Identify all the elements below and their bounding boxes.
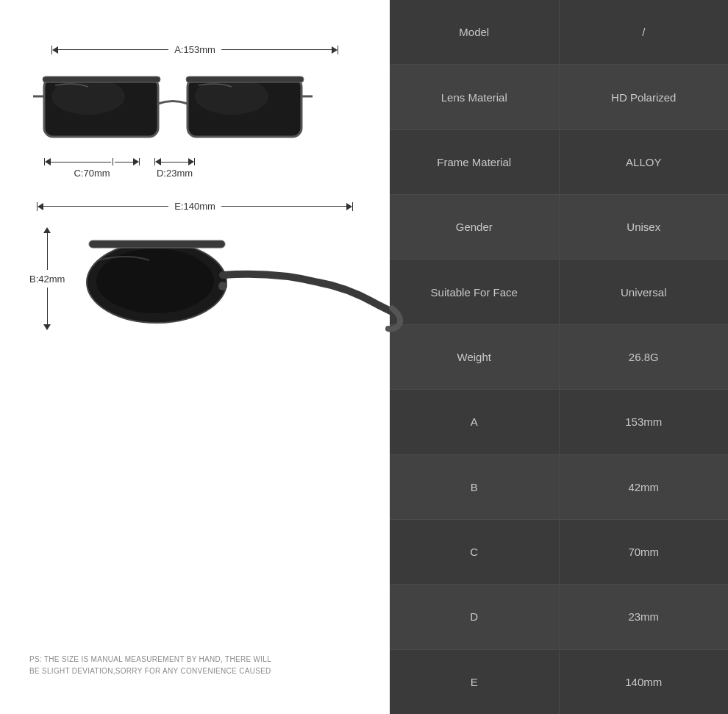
spec-value-3: Unisex (560, 195, 729, 259)
spec-value-10: 140mm (560, 650, 729, 714)
spec-row-1: Lens MaterialHD Polarized (390, 65, 728, 129)
spec-row-4: Suitable For FaceUniversal (390, 260, 728, 324)
spec-label-7: B (390, 455, 560, 519)
spec-label-3: Gender (390, 195, 560, 259)
spec-label-9: D (390, 585, 560, 649)
left-panel: A:153mm (0, 0, 390, 714)
glasses-front-image (29, 60, 316, 155)
dim-c-label: C:70mm (74, 168, 110, 179)
spec-label-0: Model (390, 0, 560, 64)
dim-e-label: E:140mm (168, 201, 221, 212)
spec-row-3: GenderUnisex (390, 195, 728, 260)
spec-value-2: ALLOY (560, 130, 729, 194)
spec-label-8: C (390, 520, 560, 584)
spec-value-6: 153mm (560, 390, 729, 454)
svg-point-9 (96, 249, 214, 313)
spec-row-5: Weight26.8G (390, 325, 728, 390)
dim-a-label: A:153mm (168, 44, 221, 55)
spec-row-0: Model/ (390, 0, 728, 65)
svg-rect-10 (89, 240, 225, 248)
svg-point-11 (218, 282, 227, 290)
spec-label-10: E (390, 650, 560, 714)
glasses-side-image (68, 216, 407, 341)
svg-rect-7 (186, 76, 304, 82)
dim-b-label: B:42mm (29, 274, 65, 285)
spec-value-0: / (560, 0, 729, 64)
spec-label-5: Weight (390, 325, 560, 389)
side-diagram: E:140mm B:42mm (29, 201, 360, 341)
right-panel: Model/Lens MaterialHD PolarizedFrame Mat… (390, 0, 728, 714)
spec-value-5: 26.8G (560, 325, 729, 389)
front-diagram: A:153mm (29, 44, 360, 179)
svg-point-5 (195, 78, 268, 115)
spec-label-1: Lens Material (390, 65, 560, 129)
spec-value-8: 70mm (560, 520, 729, 584)
spec-value-1: HD Polarized (560, 65, 729, 129)
dim-d-label: D:23mm (157, 168, 193, 179)
spec-row-10: E140mm (390, 650, 728, 714)
spec-row-7: B42mm (390, 455, 728, 520)
spec-row-8: C70mm (390, 520, 728, 585)
spec-table: Model/Lens MaterialHD PolarizedFrame Mat… (390, 0, 728, 714)
spec-value-4: Universal (560, 260, 729, 324)
spec-label-4: Suitable For Face (390, 260, 560, 324)
ps-note: PS: THE SIZE IS MANUAL MEASUREMENT BY HA… (29, 654, 271, 677)
svg-rect-6 (43, 76, 160, 82)
spec-row-6: A153mm (390, 390, 728, 454)
svg-point-4 (51, 78, 125, 115)
spec-row-9: D23mm (390, 585, 728, 649)
spec-value-7: 42mm (560, 455, 729, 519)
spec-value-9: 23mm (560, 585, 729, 649)
spec-row-2: Frame MaterialALLOY (390, 130, 728, 195)
spec-label-2: Frame Material (390, 130, 560, 194)
spec-label-6: A (390, 390, 560, 454)
